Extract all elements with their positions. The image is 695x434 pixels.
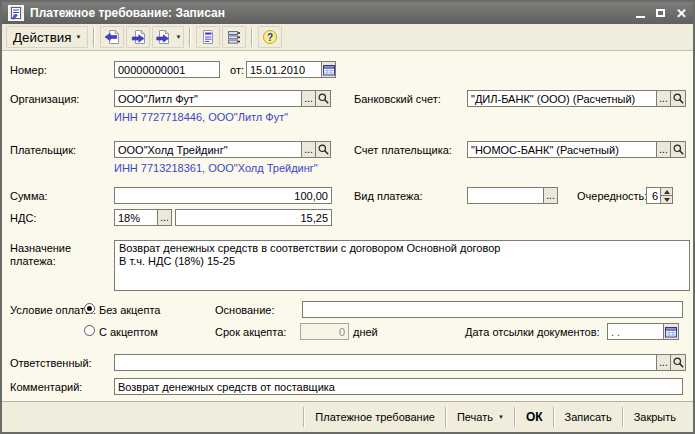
toolbar-separator [93, 27, 95, 47]
toolbar-separator [189, 27, 191, 47]
number-label: Номер: [10, 64, 47, 77]
organization-input[interactable] [114, 90, 302, 107]
docs-date-calendar-button[interactable] [663, 323, 679, 340]
bank-account-open-button[interactable] [670, 90, 686, 107]
basis-input[interactable] [302, 301, 683, 318]
magnifier-icon [672, 356, 685, 369]
comment-input[interactable] [114, 378, 683, 395]
vat-label: НДС: [10, 212, 36, 225]
actions-label: Действия [13, 30, 71, 45]
priority-input[interactable] [646, 187, 661, 204]
radio-no-accept-label: Без акцепта [99, 304, 160, 317]
post-document-menu-button[interactable]: ▼ [152, 26, 184, 48]
payer-account-input[interactable] [467, 141, 657, 158]
payment-kind-label: Вид платежа: [354, 190, 423, 203]
svg-text:?: ? [267, 32, 273, 43]
post-document-icon [130, 29, 146, 45]
calendar-icon [323, 64, 335, 76]
payer-account-select-button[interactable]: ... [656, 141, 671, 158]
payer-label: Плательщик: [10, 144, 76, 157]
spin-down-button[interactable] [660, 196, 673, 204]
vat-rate-input[interactable] [114, 209, 158, 226]
payment-request-window: Платежное требование: Записан ✕ Действия… [0, 0, 695, 434]
payment-kind-input[interactable] [467, 187, 544, 204]
accept-term-input[interactable] [300, 323, 349, 340]
help-icon: ? [262, 29, 278, 45]
minimize-icon[interactable] [636, 16, 645, 18]
bank-account-input[interactable] [467, 90, 657, 107]
purpose-textarea[interactable]: Возврат денежных средств в соответствии … [114, 240, 690, 291]
responsible-select-button[interactable]: ... [656, 354, 671, 371]
date-label: от: [230, 64, 244, 77]
organization-select-button[interactable]: ... [301, 90, 316, 107]
document-icon[interactable] [8, 5, 24, 21]
date-calendar-button[interactable] [321, 61, 336, 78]
vat-rate-select-button[interactable]: ... [157, 209, 172, 226]
radio-with-accept[interactable] [84, 325, 95, 336]
amount-label: Сумма: [10, 190, 48, 203]
triangle-down-icon [664, 198, 670, 202]
payment-kind-select-button[interactable]: ... [543, 187, 558, 204]
ellipsis-icon: ... [546, 191, 554, 201]
vat-amount-input[interactable] [175, 209, 332, 226]
priority-stepper [660, 187, 673, 204]
payer-account-open-button[interactable] [670, 141, 686, 158]
comment-label: Комментарий: [10, 381, 82, 394]
magnifier-icon [317, 92, 330, 105]
docs-date-label: Дата отсылки документов: [465, 326, 600, 339]
organization-open-button[interactable] [315, 90, 331, 107]
magnifier-icon [672, 92, 685, 105]
number-input[interactable] [114, 61, 220, 78]
close-button[interactable]: Закрыть [624, 407, 686, 428]
window-title: Платежное требование: Записан [30, 6, 630, 20]
actions-menu-button[interactable]: Действия ▼ [6, 26, 88, 48]
help-button[interactable]: ? [258, 26, 282, 48]
bank-account-label: Банковский счет: [354, 93, 441, 106]
calendar-icon [665, 326, 677, 338]
post-document-menu-icon [155, 29, 171, 45]
payment-request-button[interactable]: Платежное требование [305, 407, 445, 428]
chevron-down-icon: ▼ [498, 414, 504, 420]
docs-date-input[interactable] [607, 323, 664, 340]
ellipsis-icon: ... [659, 358, 667, 368]
ellipsis-icon: ... [304, 94, 312, 104]
responsible-open-button[interactable] [670, 354, 686, 371]
payer-select-button[interactable]: ... [301, 141, 316, 158]
payer-open-button[interactable] [315, 141, 331, 158]
amount-input[interactable] [114, 187, 332, 204]
chevron-down-icon: ▼ [175, 34, 181, 40]
accept-term-suffix: дней [353, 326, 378, 339]
document-postings-icon [200, 29, 216, 45]
print-button[interactable]: Печать ▼ [447, 407, 514, 428]
payer-input[interactable] [114, 141, 302, 158]
toolbar: Действия ▼ ▼ [2, 24, 693, 51]
subordination-structure-button[interactable] [222, 26, 246, 48]
post-document-button[interactable] [126, 26, 150, 48]
reread-document-icon [104, 29, 120, 45]
bank-account-select-button[interactable]: ... [656, 90, 671, 107]
maximize-icon[interactable] [656, 9, 665, 17]
close-icon[interactable]: ✕ [676, 7, 687, 20]
spin-up-button[interactable] [660, 187, 673, 196]
accept-term-label: Срок акцепта: [215, 326, 286, 339]
payer-account-label: Счет плательщика: [354, 144, 452, 157]
organization-info: ИНН 7727718446, ООО"Литл Фут" [114, 111, 288, 123]
responsible-input[interactable] [114, 354, 657, 371]
ellipsis-icon: ... [160, 213, 168, 223]
magnifier-icon [672, 143, 685, 156]
ellipsis-icon: ... [659, 145, 667, 155]
payment-condition-label: Условие оплаты: [10, 304, 96, 317]
ok-button[interactable]: ОК [516, 407, 553, 428]
form-body: Номер: от: Организация: ... ИНН 77277184… [2, 52, 693, 401]
radio-no-accept[interactable] [84, 303, 95, 314]
basis-label: Основание: [215, 304, 274, 317]
document-postings-button[interactable] [196, 26, 220, 48]
toolbar-separator [251, 27, 253, 47]
reread-document-button[interactable] [100, 26, 124, 48]
chevron-down-icon: ▼ [75, 34, 81, 40]
print-label: Печать [457, 411, 493, 423]
date-input[interactable] [246, 61, 322, 78]
purpose-label: Назначение платежа: [10, 242, 90, 268]
organization-label: Организация: [10, 93, 79, 106]
save-button[interactable]: Записать [555, 407, 622, 428]
